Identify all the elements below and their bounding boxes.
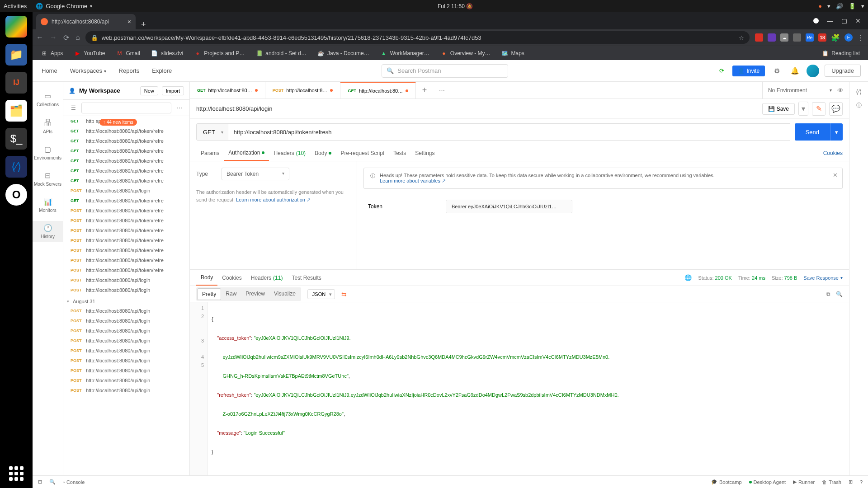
copy-icon[interactable]: ⧉ xyxy=(826,291,830,297)
history-item[interactable]: POSThttp://localhost:8080/api/token/refr… xyxy=(63,235,189,245)
footer-layout-icon[interactable]: ⊞ xyxy=(849,479,853,485)
rail-environments[interactable]: ▢Environments xyxy=(33,142,63,163)
new-tab-button[interactable]: + xyxy=(136,20,151,29)
ext-icon-cloud[interactable]: ☁ xyxy=(780,33,788,42)
profile-avatar[interactable]: E xyxy=(844,33,853,42)
workspace-title[interactable]: My Workspace xyxy=(79,87,137,94)
sidebar-options-icon[interactable]: ⋯ xyxy=(173,102,186,114)
ext-icon-purple[interactable] xyxy=(768,33,776,42)
history-item[interactable]: POSThttp://localhost:8080/api/login xyxy=(63,356,189,366)
footer-console[interactable]: ▫ Console xyxy=(63,479,85,485)
footer-collapse-icon[interactable]: ⊟ xyxy=(38,479,42,485)
clock[interactable]: Ful 2 11:50 🔕 xyxy=(92,3,818,9)
request-tab[interactable]: GEThttp://localhost:80… xyxy=(340,82,416,99)
history-item[interactable]: POSThttp://localhost:8080/api/token/refr… xyxy=(63,225,189,235)
extensions-icon[interactable]: 🧩 xyxy=(831,33,840,42)
rail-mock[interactable]: ⊟Mock Servers xyxy=(33,169,63,189)
history-item[interactable]: POSThttp://localhost:8080/api/login xyxy=(63,275,189,285)
window-minimize-icon[interactable]: — xyxy=(827,17,833,24)
rail-history[interactable]: 🕐History xyxy=(33,221,63,242)
bookmark-apps[interactable]: ⊞Apps xyxy=(36,48,67,59)
format-select[interactable]: JSON xyxy=(307,289,335,299)
history-item[interactable]: POSThttp://localhost:8080/api/token/refr… xyxy=(63,245,189,255)
history-item[interactable]: POSThttp://localhost:8080/api/token/refr… xyxy=(63,255,189,265)
import-button[interactable]: Import xyxy=(162,86,184,95)
tab-body[interactable]: Body xyxy=(310,145,336,161)
footer-bootcamp[interactable]: 🎓 Bootcamp xyxy=(711,479,742,485)
wrap-lines-icon[interactable]: ⇆ xyxy=(341,291,347,298)
footer-runner[interactable]: ▶ Runner xyxy=(793,479,815,485)
ext-icon-grey[interactable] xyxy=(793,33,801,42)
tab-authorization[interactable]: Authorization xyxy=(224,145,269,161)
user-avatar[interactable] xyxy=(807,65,819,77)
history-item[interactable]: POSThttp://localhost:8080/api/login xyxy=(63,375,189,385)
filter-icon[interactable]: ☰ xyxy=(67,102,80,114)
view-preview[interactable]: Preview xyxy=(241,288,269,300)
request-name[interactable]: http://localhost:8080/api/login xyxy=(196,105,272,112)
upgrade-button[interactable]: Upgrade xyxy=(825,65,861,77)
history-item[interactable]: POSThttp://localhost:8080/api/token/refr… xyxy=(63,265,189,275)
new-button[interactable]: New xyxy=(140,86,158,95)
dock-show-apps[interactable] xyxy=(5,463,27,484)
activities-button[interactable]: Activities xyxy=(4,3,27,9)
info-panel-icon[interactable]: ⓘ xyxy=(856,102,862,109)
browser-tab[interactable]: http://localhost:8080/api × xyxy=(36,14,136,29)
history-item[interactable]: POSThttp://localhost:8080/api/login xyxy=(63,366,189,375)
footer-trash[interactable]: 🗑 Trash xyxy=(822,479,841,485)
star-icon[interactable]: ☆ xyxy=(739,34,744,41)
nav-reports[interactable]: Reports xyxy=(117,66,142,76)
auth-learn-link[interactable]: Learn more about authorization ↗ xyxy=(236,197,311,202)
window-close-icon[interactable]: ✕ xyxy=(855,17,861,24)
sidebar-filter-input[interactable] xyxy=(81,103,171,113)
invite-button[interactable]: 👤Invite xyxy=(732,66,765,76)
history-item[interactable]: POSThttp://localhost:8080/api/login xyxy=(63,336,189,346)
bookmark-workmanager[interactable]: ▲WorkManager… xyxy=(376,48,434,59)
sync-icon[interactable]: ⟳ xyxy=(716,66,727,76)
token-input[interactable]: Bearer eyJ0eXAiOiJKV1QiLCJhbGciOiJIUzI1… xyxy=(446,200,572,213)
history-item[interactable]: POSThttp://localhost:8080/api/login xyxy=(63,285,189,295)
bookmark-overview[interactable]: ●Overview - My… xyxy=(436,48,495,59)
notifications-icon[interactable]: 🔔 xyxy=(788,65,801,77)
rail-collections[interactable]: ▭Collections xyxy=(33,89,63,110)
history-date-group[interactable]: August 31 xyxy=(63,295,189,306)
reading-list-button[interactable]: 📋Reading list xyxy=(817,48,864,59)
window-maximize-icon[interactable]: ▢ xyxy=(841,17,847,24)
request-tab[interactable]: GEThttp://localhost:80… xyxy=(190,82,265,99)
new-items-badge[interactable]: ↑ 44 new items xyxy=(99,119,137,126)
tabs-overflow-icon[interactable]: ⋯ xyxy=(433,82,450,99)
send-button[interactable]: Send xyxy=(795,123,830,141)
nav-workspaces[interactable]: Workspaces ▾ xyxy=(68,66,108,76)
dock-files[interactable]: 📁 xyxy=(5,44,27,66)
add-request-tab[interactable]: + xyxy=(416,82,433,99)
close-banner-icon[interactable]: ✕ xyxy=(833,172,838,178)
nav-explore[interactable]: Explore xyxy=(150,66,174,76)
rail-monitors[interactable]: 📊Monitors xyxy=(33,195,63,216)
request-tab[interactable]: POSThttp://localhost:8… xyxy=(265,82,341,99)
rail-apis[interactable]: 品APIs xyxy=(33,115,63,137)
back-icon[interactable]: ← xyxy=(36,33,43,42)
response-body[interactable]: 12345 { "access_token": "eyJ0eXAiOiJKV1Q… xyxy=(190,302,849,475)
bookmark-android[interactable]: 📗android - Set d… xyxy=(251,48,311,59)
nav-home[interactable]: Home xyxy=(40,66,59,76)
response-tab-test[interactable]: Test Results xyxy=(287,270,326,286)
method-select[interactable]: GET xyxy=(196,123,228,141)
cookies-link[interactable]: Cookies xyxy=(823,145,843,161)
history-item[interactable]: POSThttp://localhost:8080/api/login xyxy=(63,346,189,356)
response-tab-headers[interactable]: Headers (11) xyxy=(246,270,288,286)
view-visualize[interactable]: Visualize xyxy=(269,288,300,300)
history-item[interactable]: GEThttp://localhost:8080/api/token/refre xyxy=(63,166,189,176)
home-icon[interactable]: ⌂ xyxy=(75,33,80,42)
chrome-menu-icon[interactable]: ⋮ xyxy=(857,33,864,42)
variables-learn-link[interactable]: Learn more about variables ↗ xyxy=(380,178,446,183)
bookmark-slides[interactable]: 📄slides.dvi xyxy=(146,48,188,59)
history-item[interactable]: POSThttp://localhost:8080/api/login xyxy=(63,186,189,196)
request-url-input[interactable] xyxy=(228,123,790,141)
response-tab-body[interactable]: Body xyxy=(196,270,217,286)
dock-chrome[interactable] xyxy=(5,16,27,38)
history-item[interactable]: POSThttp://localhost:8080/api/login xyxy=(63,385,189,395)
footer-desktop-agent[interactable]: Desktop Agent xyxy=(749,479,786,485)
history-item[interactable]: GEThttp://localhost:8080/api/token/refre xyxy=(63,156,189,166)
history-item[interactable]: POSThttp://localhost:8080/api/login xyxy=(63,326,189,336)
close-tab-icon[interactable]: × xyxy=(127,18,131,25)
save-dropdown[interactable]: ▾ xyxy=(798,102,808,116)
